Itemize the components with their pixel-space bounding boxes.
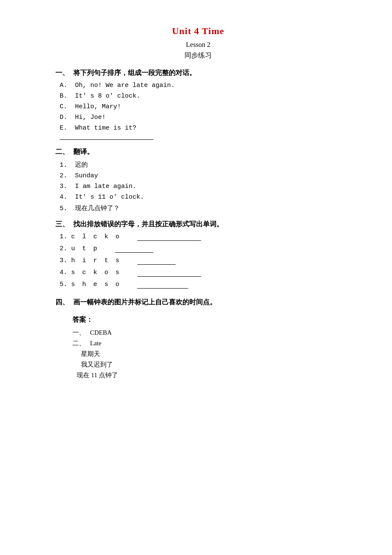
answer-2-label: 二、 (72, 340, 89, 347)
answer-5-text: 现在 11 点钟了 (77, 372, 118, 379)
item-3-scrambled: h i r t s (71, 257, 121, 264)
section3-item-5: 5. s h e s o (60, 281, 341, 289)
section2-heading: 翻译。 (73, 147, 94, 156)
section2-item-2: 2. Sunday (60, 172, 341, 179)
item-4-scrambled: s c k o s (71, 269, 121, 276)
answers-section: 答案： 一、 CDEBA 二、 Late 星期天 我又迟到了 现在 11 点钟了 (72, 315, 341, 379)
item-2-scrambled: u t p (71, 245, 99, 252)
section1-item-c: C. Hello, Mary! (60, 103, 341, 110)
section3-title: 三、 找出排放错误的字母，并且按正确形式写出单词。 (55, 220, 341, 229)
item-b-label: B. It' s 8 o' clock. (60, 92, 140, 100)
section1-title: 一、 将下列句子排序，组成一段完整的对话。 (55, 69, 341, 78)
section2-item-4: 4. It' s 11 o' clock. (60, 194, 341, 201)
section2-item-1: 1. 迟的 (60, 161, 341, 169)
section1-number: 一、 (55, 69, 69, 78)
section3-item-1: 1. c l c k o (60, 233, 341, 241)
section3-item-2: 2. u t p (60, 245, 341, 253)
section1-item-e: E. What time is it? (60, 124, 341, 132)
item-e-label: E. What time is it? (60, 124, 136, 132)
section1-heading: 将下列句子排序，组成一段完整的对话。 (73, 69, 196, 78)
section-divider (60, 139, 153, 140)
section1-item-a: A. Oh, no! We are late again. (60, 82, 341, 89)
item-c-label: C. Hello, Mary! (60, 103, 121, 110)
section1-item-b: B. It' s 8 o' clock. (60, 92, 341, 100)
lesson-label: Lesson 2 (55, 41, 341, 49)
answer-4-text: 我又迟到了 (81, 361, 113, 368)
item-a-label: A. Oh, no! We are late again. (60, 82, 175, 89)
section2-title: 二、 翻译。 (55, 147, 341, 156)
section2-number: 二、 (55, 147, 69, 156)
item-5-blank (137, 281, 188, 289)
answer-4: 我又迟到了 (81, 361, 341, 369)
answer-2-text: Late (90, 340, 101, 347)
answer-2: 二、 Late (72, 339, 341, 347)
sync-label: 同步练习 (55, 51, 341, 60)
item-1-scrambled: c l c k o (71, 233, 121, 240)
page-title: Unit 4 Time (55, 26, 341, 37)
section2-item-5: 5. 现在几点钟了？ (60, 204, 341, 212)
answer-1-text: CDEBA (90, 329, 112, 336)
item-4-label: 4. (60, 269, 71, 276)
item-1-label: 1. (60, 233, 71, 240)
answer-1: 一、 CDEBA (72, 329, 341, 337)
item-5-scrambled: s h e s o (71, 281, 121, 288)
answer-5: 现在 11 点钟了 (77, 371, 341, 379)
answer-3-text: 星期天 (81, 350, 100, 357)
item-3-label: 3. (60, 257, 71, 264)
section4-number: 四、 (55, 298, 69, 307)
section4-heading: 画一幅钟表的图片并标记上自己喜欢的时间点。 (73, 298, 216, 307)
item-d-label: D. Hi, Joe! (60, 114, 106, 121)
item-4-blank (137, 269, 201, 277)
item-2-label: 2. (60, 245, 71, 252)
item-2-blank (115, 245, 153, 253)
answer-3: 星期天 (81, 350, 341, 358)
item-5-label: 5. (60, 281, 71, 288)
item-3-blank (137, 257, 176, 265)
section1-item-d: D. Hi, Joe! (60, 114, 341, 121)
section2-item-3: 3. I am late again. (60, 183, 341, 190)
section3-number: 三、 (55, 220, 69, 229)
item-1-blank (137, 233, 201, 241)
section4-title: 四、 画一幅钟表的图片并标记上自己喜欢的时间点。 (55, 298, 341, 307)
section3-item-4: 4. s c k o s (60, 269, 341, 277)
answer-1-label: 一、 (72, 329, 89, 336)
answers-title: 答案： (72, 315, 341, 324)
section3-item-3: 3. h i r t s (60, 257, 341, 265)
section3-heading: 找出排放错误的字母，并且按正确形式写出单词。 (73, 220, 223, 229)
